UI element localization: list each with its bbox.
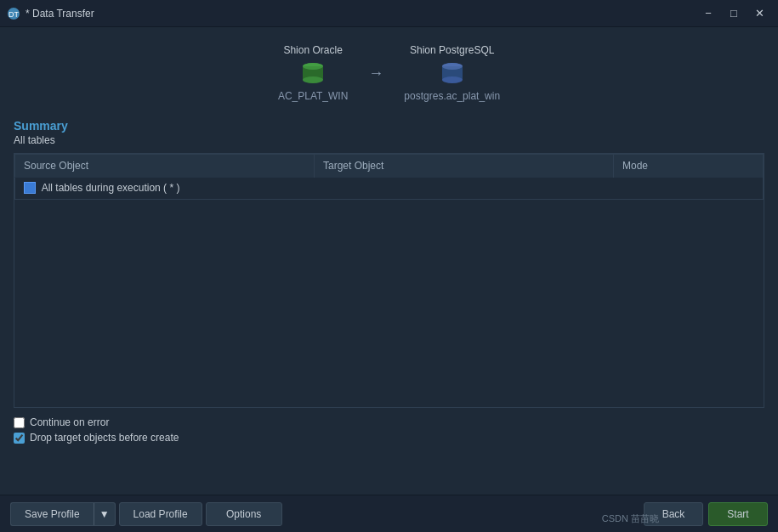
save-profile-button[interactable]: Save Profile: [10, 502, 94, 526]
table-row[interactable]: All tables during execution ( * ): [15, 178, 764, 200]
options-section: Continue on error Drop target objects be…: [14, 416, 764, 444]
source-db: Shion Oracle AC_PLAT_WIN: [278, 44, 348, 102]
target-icon-wrap: [439, 59, 466, 87]
summary-subtitle: All tables: [14, 134, 764, 146]
col-target: Target Object: [315, 155, 614, 178]
window-title: * Data Transfer: [26, 8, 696, 20]
table-body: All tables during execution ( * ): [15, 178, 764, 200]
drop-target-row[interactable]: Drop target objects before create: [14, 432, 764, 444]
maximize-button[interactable]: □: [722, 3, 746, 24]
svg-point-4: [303, 76, 323, 83]
close-button[interactable]: ✕: [747, 3, 771, 24]
app-icon: DT: [7, 7, 20, 20]
svg-text:DT: DT: [9, 10, 19, 19]
watermark: CSDN 苗苗晓: [602, 512, 659, 525]
summary-title: Summary: [14, 119, 764, 133]
summary-section: Summary All tables: [14, 119, 764, 146]
options-button[interactable]: Options: [206, 502, 282, 526]
window-controls: − □ ✕: [696, 3, 771, 24]
source-value: All tables during execution ( * ): [42, 182, 180, 194]
target-db: Shion PostgreSQL postgres.ac_plat_win: [404, 44, 500, 102]
svg-point-5: [303, 63, 323, 70]
source-name: Shion Oracle: [283, 44, 342, 56]
start-button[interactable]: Start: [708, 502, 768, 526]
save-profile-dropdown[interactable]: ▼: [94, 502, 116, 526]
table-header: Source Object Target Object Mode: [15, 155, 764, 178]
target-name: Shion PostgreSQL: [410, 44, 494, 56]
main-content: Shion Oracle AC_PLAT_WIN → Shion Postgre…: [0, 27, 778, 457]
load-profile-button[interactable]: Load Profile: [119, 502, 202, 526]
transfer-header: Shion Oracle AC_PLAT_WIN → Shion Postgre…: [14, 27, 764, 116]
source-db-icon: [299, 59, 327, 87]
continue-on-error-row[interactable]: Continue on error: [14, 416, 764, 428]
drop-target-label: Drop target objects before create: [30, 432, 179, 444]
continue-on-error-label: Continue on error: [30, 416, 109, 428]
source-cell: All tables during execution ( * ): [15, 178, 315, 200]
target-cell: [315, 178, 614, 200]
save-profile-group: Save Profile ▼: [10, 502, 116, 526]
minimize-button[interactable]: −: [696, 3, 720, 24]
transfer-arrow: →: [368, 65, 383, 82]
titlebar: DT * Data Transfer − □ ✕: [0, 0, 778, 27]
mode-cell: [614, 178, 764, 200]
source-icon-wrap: [299, 59, 327, 87]
source-db-name: AC_PLAT_WIN: [278, 90, 348, 102]
objects-table: Source Object Target Object Mode All tab…: [14, 154, 764, 200]
svg-point-8: [442, 76, 463, 83]
svg-point-9: [442, 63, 463, 70]
right-buttons: Back Start: [644, 502, 768, 526]
bottom-bar: Save Profile ▼ Load Profile Options Back…: [0, 495, 778, 532]
drop-target-checkbox[interactable]: [14, 433, 25, 444]
target-db-icon: [439, 59, 466, 87]
row-icon: [24, 182, 36, 194]
col-mode: Mode: [614, 155, 764, 178]
col-source: Source Object: [15, 155, 315, 178]
continue-on-error-checkbox[interactable]: [14, 417, 25, 428]
table-container[interactable]: Source Object Target Object Mode All tab…: [14, 153, 764, 408]
target-db-name: postgres.ac_plat_win: [404, 90, 500, 102]
